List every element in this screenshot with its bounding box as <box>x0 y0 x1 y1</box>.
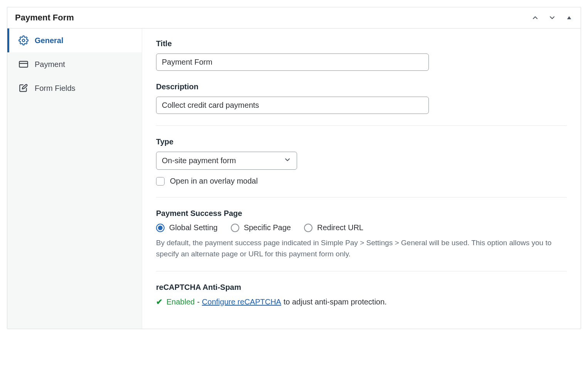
field-success-page: Payment Success Page Global Setting Spec… <box>156 209 567 259</box>
field-description: Description <box>156 82 567 114</box>
svg-marker-0 <box>567 16 571 19</box>
field-type: Type On-site payment form Open in an ove… <box>156 137 567 186</box>
separator: - <box>197 298 200 306</box>
gear-icon <box>18 35 29 45</box>
sidebar-item-general[interactable]: General <box>7 28 142 52</box>
recaptcha-status-line: ✔ Enabled - Configure reCAPTCHA to adjus… <box>156 297 567 306</box>
radio-input[interactable] <box>304 224 312 232</box>
sidebar-item-label: Form Fields <box>35 84 76 93</box>
recaptcha-label: reCAPTCHA Anti-Spam <box>156 283 567 292</box>
chevron-down-icon <box>284 156 291 166</box>
sidebar-item-label: Payment <box>35 60 65 69</box>
sidebar-item-payment[interactable]: Payment <box>7 52 142 76</box>
overlay-modal-row: Open in an overlay modal <box>156 177 567 186</box>
radio-label: Redirect URL <box>317 223 363 232</box>
success-page-label: Payment Success Page <box>156 209 567 218</box>
panel-body: General Payment Form Fields Title <box>7 28 581 329</box>
svg-rect-2 <box>19 61 28 67</box>
recaptcha-trail-text: to adjust anti-spam protection. <box>284 298 387 306</box>
title-label: Title <box>156 39 567 48</box>
radio-label: Global Setting <box>169 223 218 232</box>
move-down-icon[interactable] <box>548 14 556 22</box>
success-page-help: By default, the payment success page ind… <box>156 238 567 259</box>
divider <box>156 197 567 197</box>
collapse-icon[interactable] <box>565 14 573 22</box>
radio-specific-page[interactable]: Specific Page <box>231 223 291 232</box>
overlay-modal-checkbox[interactable] <box>156 177 165 186</box>
overlay-modal-label: Open in an overlay modal <box>170 177 258 186</box>
credit-card-icon <box>18 59 29 69</box>
radio-input[interactable] <box>156 224 165 232</box>
field-recaptcha: reCAPTCHA Anti-Spam ✔ Enabled - Configur… <box>156 283 567 306</box>
sidebar-item-form-fields[interactable]: Form Fields <box>7 76 142 100</box>
panel-header-actions <box>531 14 573 22</box>
radio-label: Specific Page <box>244 223 291 232</box>
panel-header: Payment Form <box>7 7 581 28</box>
svg-point-1 <box>22 39 25 42</box>
settings-sidebar: General Payment Form Fields <box>7 28 142 329</box>
settings-panel: Payment Form General <box>7 7 581 329</box>
description-label: Description <box>156 82 567 91</box>
configure-recaptcha-link[interactable]: Configure reCAPTCHA <box>202 298 281 306</box>
description-input[interactable] <box>156 97 429 114</box>
title-input[interactable] <box>156 54 429 71</box>
type-label: Type <box>156 137 567 146</box>
type-selected-value: On-site payment form <box>162 156 236 165</box>
recaptcha-status: Enabled <box>166 298 195 306</box>
settings-content: Title Description Type On-site payment f… <box>142 28 581 329</box>
field-title: Title <box>156 39 567 71</box>
panel-title: Payment Form <box>15 13 74 23</box>
type-select[interactable]: On-site payment form <box>156 152 297 170</box>
radio-redirect-url[interactable]: Redirect URL <box>304 223 363 232</box>
move-up-icon[interactable] <box>531 14 539 22</box>
divider <box>156 271 567 271</box>
radio-global-setting[interactable]: Global Setting <box>156 223 218 232</box>
divider <box>156 125 567 126</box>
sidebar-item-label: General <box>35 36 63 45</box>
success-page-options: Global Setting Specific Page Redirect UR… <box>156 223 567 232</box>
radio-input[interactable] <box>231 224 239 232</box>
edit-square-icon <box>18 83 29 93</box>
check-icon: ✔ <box>156 297 163 306</box>
